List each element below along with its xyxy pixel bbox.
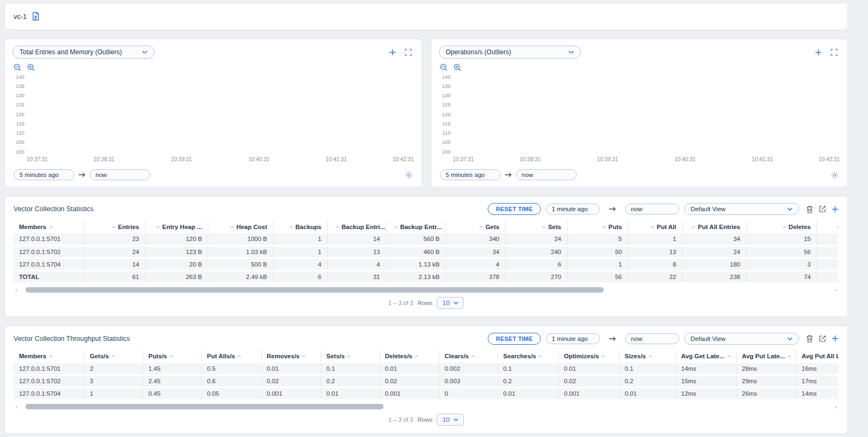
sort-caret-icon[interactable] <box>289 223 293 230</box>
scrollbar-thumb[interactable] <box>25 287 604 293</box>
column-header[interactable]: Backups <box>273 220 327 233</box>
table-cell: 240 <box>505 245 567 258</box>
column-header[interactable]: Put All <box>628 220 682 233</box>
reset-time-button[interactable]: RESET TIME <box>488 333 541 345</box>
column-header[interactable]: Entries <box>84 220 145 233</box>
sort-caret-icon[interactable] <box>648 352 653 359</box>
column-header[interactable]: Puts/s <box>143 350 201 363</box>
table-time-to-input[interactable] <box>625 333 679 344</box>
column-header[interactable]: Gets/s <box>84 350 143 363</box>
line-chart[interactable]: 140135130125120115110105100 <box>12 74 414 155</box>
time-from-input[interactable] <box>440 169 501 180</box>
column-header[interactable]: Deletes <box>746 220 816 233</box>
time-to-input[interactable] <box>516 169 577 180</box>
sort-caret-icon[interactable] <box>727 352 731 359</box>
chart-settings-gear-icon[interactable] <box>831 171 839 179</box>
scroll-left-icon[interactable]: ‹ <box>14 287 19 293</box>
zoom-out-icon[interactable] <box>14 64 22 72</box>
sort-caret-icon[interactable] <box>335 223 340 230</box>
sort-caret-icon[interactable] <box>414 352 419 359</box>
column-header[interactable]: Removes/s <box>261 350 321 363</box>
metric-selector[interactable]: Total Entries and Memory (Outliers) <box>12 46 155 59</box>
fullscreen-button[interactable] <box>831 49 838 56</box>
sort-caret-icon[interactable] <box>650 223 655 230</box>
scroll-right-icon[interactable]: › <box>833 287 839 293</box>
time-to-input[interactable] <box>90 169 150 180</box>
column-header[interactable]: Backup Entri... <box>327 220 386 233</box>
zoom-out-icon[interactable] <box>440 64 448 72</box>
column-header[interactable]: Removes <box>816 220 839 233</box>
sort-caret-icon[interactable] <box>111 352 116 359</box>
edit-view-button[interactable] <box>819 335 826 343</box>
delete-view-button[interactable] <box>806 334 813 343</box>
sort-caret-icon[interactable] <box>49 352 53 359</box>
column-header[interactable]: Sizes/s <box>619 350 675 363</box>
column-header[interactable]: Clears/s <box>439 350 497 363</box>
column-header[interactable]: Avg Put Late... <box>736 350 796 363</box>
column-header[interactable]: Put Alls/s <box>201 350 261 363</box>
sort-caret-icon[interactable] <box>691 223 695 230</box>
column-header[interactable]: Avg Get Late... <box>675 350 736 363</box>
edit-view-button[interactable] <box>819 205 826 213</box>
sort-caret-icon[interactable] <box>601 352 605 359</box>
scroll-left-icon[interactable]: ‹ <box>14 404 19 409</box>
column-header[interactable]: Deletes/s <box>379 350 439 363</box>
sort-caret-icon[interactable] <box>302 352 306 359</box>
sort-caret-icon[interactable] <box>230 223 234 230</box>
column-header[interactable]: Avg Put All L... <box>796 350 839 363</box>
column-header[interactable]: Members <box>14 220 84 233</box>
column-header[interactable]: Backup Entr... <box>386 220 445 233</box>
rows-per-page-select[interactable]: 10 <box>437 297 464 309</box>
table-time-to-input[interactable] <box>625 204 679 214</box>
horizontal-scrollbar[interactable]: ‹ › <box>14 286 839 294</box>
sort-caret-icon[interactable] <box>479 223 483 230</box>
sort-caret-icon[interactable] <box>169 352 174 359</box>
chart-settings-gear-icon[interactable] <box>405 171 413 179</box>
column-header[interactable]: Gets <box>445 220 505 233</box>
scrollbar-thumb[interactable] <box>25 404 384 409</box>
metric-selector[interactable]: Operations/s (Outliers) <box>439 46 581 59</box>
sort-caret-icon[interactable] <box>541 223 546 230</box>
sort-caret-icon[interactable] <box>49 223 53 230</box>
column-header[interactable]: Heap Cost <box>208 220 273 233</box>
table-time-from-input[interactable] <box>546 204 600 214</box>
sort-caret-icon[interactable] <box>538 352 542 359</box>
column-header[interactable]: Put All Entries <box>682 220 746 233</box>
zoom-in-icon[interactable] <box>454 64 462 72</box>
add-chart-button[interactable] <box>389 49 396 56</box>
sort-caret-icon[interactable] <box>837 223 839 230</box>
time-from-input[interactable] <box>14 169 74 180</box>
column-header[interactable]: Sets <box>505 220 567 233</box>
rows-per-page-select[interactable]: 10 <box>437 414 464 426</box>
sort-caret-icon[interactable] <box>112 223 116 230</box>
add-view-button[interactable] <box>832 335 839 342</box>
view-selector[interactable]: Default View <box>684 203 799 215</box>
sort-caret-icon[interactable] <box>237 352 241 359</box>
column-header[interactable]: Members <box>14 350 84 363</box>
view-selector[interactable]: Default View <box>684 333 799 345</box>
add-view-button[interactable] <box>832 206 839 213</box>
zoom-in-icon[interactable] <box>27 64 35 72</box>
line-chart[interactable]: 140135130125120115110105100 <box>439 74 840 155</box>
delete-view-button[interactable] <box>806 205 813 213</box>
chart-card-operations: Operations/s (Outliers) 1401351301251201… <box>431 39 848 187</box>
horizontal-scrollbar[interactable]: ‹ › <box>14 403 839 410</box>
sort-caret-icon[interactable] <box>394 223 398 230</box>
column-header[interactable]: Entry Heap ... <box>145 220 208 233</box>
fullscreen-button[interactable] <box>405 49 412 56</box>
table-time-from-input[interactable] <box>546 333 600 344</box>
document-icon[interactable] <box>32 12 40 21</box>
sort-caret-icon[interactable] <box>782 223 787 230</box>
column-header[interactable]: Searches/s <box>497 350 558 363</box>
sort-caret-icon[interactable] <box>471 352 475 359</box>
add-chart-button[interactable] <box>815 49 822 56</box>
sort-caret-icon[interactable] <box>156 223 160 230</box>
column-header[interactable]: Puts <box>567 220 628 233</box>
sort-caret-icon[interactable] <box>347 352 351 359</box>
scroll-right-icon[interactable]: › <box>833 404 839 409</box>
column-header[interactable]: Optimizes/s <box>558 350 619 363</box>
sort-caret-icon[interactable] <box>602 223 607 230</box>
reset-time-button[interactable]: RESET TIME <box>488 203 541 215</box>
sort-caret-icon[interactable] <box>787 352 792 359</box>
column-header[interactable]: Sets/s <box>321 350 379 363</box>
